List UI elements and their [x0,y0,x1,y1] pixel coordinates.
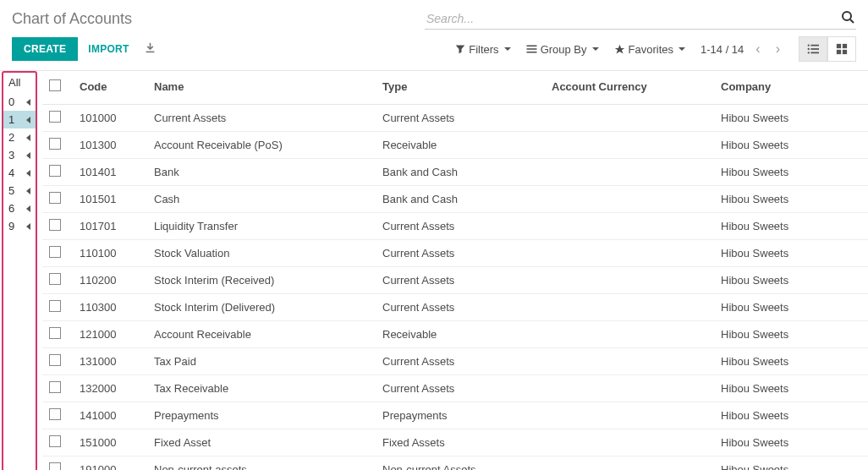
row-checkbox[interactable] [49,462,61,470]
svg-rect-13 [843,44,847,48]
cell-type: Current Assets [376,294,545,321]
svg-rect-7 [810,45,819,46]
table-row[interactable]: 131000Tax PaidCurrent AssetsHibou Sweets [42,348,868,375]
cell-currency [545,132,714,159]
table-row[interactable]: 110300Stock Interim (Delivered)Current A… [42,294,868,321]
side-filter-item[interactable]: 0 [3,93,36,111]
cell-currency [545,105,714,132]
svg-point-6 [808,44,810,46]
search-input[interactable] [425,10,856,30]
search-icon[interactable] [841,10,854,27]
pager-prev[interactable]: ‹ [752,41,763,57]
svg-rect-5 [526,52,536,53]
cell-name: Stock Valuation [147,240,376,267]
side-filter-digit: 0 [8,96,14,108]
side-filter-item[interactable]: 2 [3,128,36,146]
row-checkbox[interactable] [49,408,61,420]
cell-currency [545,348,714,375]
pager-next[interactable]: › [772,41,783,57]
view-list-button[interactable] [799,36,827,62]
side-filter-item[interactable]: 5 [3,182,36,199]
cell-company: Hibou Sweets [714,267,868,294]
cell-code: 101000 [73,105,147,132]
cell-code: 131000 [73,348,147,375]
table-row[interactable]: 101300Account Receivable (PoS)Receivable… [42,132,868,159]
cell-code: 110300 [73,294,147,321]
table-row[interactable]: 101701Liquidity TransferCurrent AssetsHi… [42,213,868,240]
pager-range: 1-14 / 14 [700,43,744,56]
cell-currency [545,213,714,240]
side-filter-item[interactable]: 1 [3,111,36,128]
col-currency[interactable]: Account Currency [545,71,714,105]
col-type[interactable]: Type [376,71,545,105]
row-checkbox[interactable] [49,354,61,366]
table-row[interactable]: 101501CashBank and CashHibou Sweets [42,186,868,213]
svg-point-8 [808,48,810,50]
row-checkbox[interactable] [49,246,61,258]
row-checkbox[interactable] [49,273,61,285]
favorites-button[interactable]: Favorites [614,43,685,56]
list-view-icon [807,43,819,55]
table-row[interactable]: 110100Stock ValuationCurrent AssetsHibou… [42,240,868,267]
cell-code: 101300 [73,132,147,159]
row-checkbox[interactable] [49,192,61,204]
row-checkbox[interactable] [49,300,61,312]
side-filter-item[interactable]: 9 [3,217,36,235]
row-checkbox[interactable] [49,165,61,177]
digit-filter-panel: All 01234569 [2,71,37,470]
table-row[interactable]: 132000Tax ReceivableCurrent AssetsHibou … [42,375,868,402]
cell-company: Hibou Sweets [714,159,868,186]
svg-rect-11 [810,52,819,54]
row-checkbox[interactable] [49,219,61,231]
cell-code: 101401 [73,159,147,186]
cell-code: 121000 [73,321,147,348]
group-by-button[interactable]: Group By [526,43,599,56]
row-checkbox[interactable] [49,435,61,447]
filters-label: Filters [469,43,498,56]
cell-currency [545,375,714,402]
table-row[interactable]: 141000PrepaymentsPrepaymentsHibou Sweets [42,402,868,429]
download-icon[interactable] [145,42,156,56]
table-row[interactable]: 110200Stock Interim (Received)Current As… [42,267,868,294]
side-filter-item[interactable]: 4 [3,164,36,182]
caret-down-icon [504,47,511,51]
cell-currency [545,240,714,267]
select-all-checkbox[interactable] [49,79,61,91]
cell-currency [545,159,714,186]
cell-name: Stock Interim (Received) [147,267,376,294]
side-filter-item[interactable]: 3 [3,146,36,164]
row-checkbox[interactable] [49,327,61,339]
table-row[interactable]: 151000Fixed AssetFixed AssetsHibou Sweet… [42,429,868,456]
side-filter-digit: 1 [8,113,14,126]
list-icon [526,44,537,54]
import-button[interactable]: IMPORT [88,43,129,55]
create-button[interactable]: CREATE [12,37,78,61]
cell-company: Hibou Sweets [714,375,868,402]
caret-left-icon [26,170,30,177]
table-row[interactable]: 191000Non-current assetsNon-current Asse… [42,456,868,471]
table-row[interactable]: 101000Current AssetsCurrent AssetsHibou … [42,105,868,132]
side-filter-all[interactable]: All [3,73,36,93]
row-checkbox[interactable] [49,111,61,123]
table-row[interactable]: 101401BankBank and CashHibou Sweets [42,159,868,186]
table-row[interactable]: 121000Account ReceivableReceivableHibou … [42,321,868,348]
caret-left-icon [26,205,30,212]
caret-left-icon [26,134,30,141]
cell-company: Hibou Sweets [714,348,868,375]
row-checkbox[interactable] [49,138,61,150]
cell-name: Cash [147,186,376,213]
col-code[interactable]: Code [73,71,147,105]
col-name[interactable]: Name [147,71,376,105]
cell-type: Current Assets [376,267,545,294]
view-kanban-button[interactable] [827,36,856,62]
cell-code: 191000 [73,456,147,471]
cell-type: Current Assets [376,105,545,132]
row-checkbox[interactable] [49,381,61,393]
cell-name: Current Assets [147,105,376,132]
filters-button[interactable]: Filters [455,43,510,56]
col-company[interactable]: Company [714,71,868,105]
svg-point-10 [808,52,810,53]
cell-code: 101701 [73,213,147,240]
side-filter-item[interactable]: 6 [3,199,36,217]
cell-currency [545,429,714,456]
